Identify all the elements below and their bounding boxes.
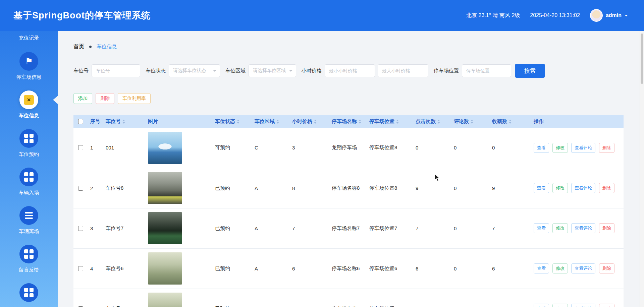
list-icon [19,206,38,225]
sort-icon[interactable] [237,120,239,124]
table-body: 1 001 可预约 C 3 龙翔停车场 停车场位置8 0 0 0 查看 修改 查… [73,128,624,307]
column-header-status[interactable]: 车位状态 [212,115,252,128]
location-input[interactable] [462,64,511,77]
table-row: 4 车位号6 已预约 A 6 停车场名称6 停车场位置6 6 0 6 查看 修改… [73,248,624,289]
status-select[interactable]: 请选择车位状态 [169,64,220,77]
column-header-actions: 操作 [531,115,624,128]
column-header-price[interactable]: 小时价格 [289,115,329,128]
cell-price: 6 [289,248,329,289]
row-checkbox[interactable] [78,186,83,191]
price-max-input[interactable] [378,64,428,77]
user-menu[interactable]: admin [590,9,628,22]
sidebar-item-vehicle-entry[interactable]: 车辆入场 [0,168,58,196]
page-scrollbar[interactable] [640,31,644,307]
cell-index: 4 [88,248,103,289]
delete-row-button[interactable]: 删除 [599,304,614,307]
breadcrumb-current[interactable]: 车位信息 [97,44,117,50]
add-button[interactable]: 添加 [73,93,92,104]
edit-button[interactable]: 修改 [552,183,568,193]
delete-row-button[interactable]: 删除 [599,223,614,233]
view-comments-button[interactable]: 查看评论 [571,263,595,273]
cell-image [145,248,212,289]
column-header-lot_name[interactable]: 停车场名称 [329,115,367,128]
column-header-label: 点击次数 [416,118,436,124]
cell-favorites: 9 [489,168,531,208]
grid-icon [19,283,38,302]
cell-status: 已预约 [212,208,252,248]
utilization-button[interactable]: 车位利用率 [118,93,151,104]
sort-icon[interactable] [471,120,473,124]
view-button[interactable]: 查看 [534,223,549,233]
breadcrumb-home[interactable]: 首页 [73,43,84,50]
delete-row-button[interactable]: 删除 [599,183,614,193]
sidebar-item-recharge-records[interactable]: 充值记录 [0,35,58,41]
view-comments-button[interactable]: 查看评论 [571,223,595,233]
column-header-spot[interactable]: 车位号 [103,115,145,128]
cell-lot-name: 停车场名称7 [329,208,367,248]
view-comments-button[interactable]: 查看评论 [571,304,595,307]
table-header-row: 序号车位号图片车位状态车位区域小时价格停车场名称停车场位置点击次数评论数收藏数操… [73,115,624,128]
column-header-label: 车位号 [106,118,121,124]
delete-row-button[interactable]: 删除 [599,263,614,273]
column-header-favorites[interactable]: 收藏数 [489,115,531,128]
delete-button[interactable]: 删除 [96,93,114,104]
view-button[interactable]: 查看 [534,304,549,307]
column-header-label: 车位状态 [215,118,235,124]
sort-icon[interactable] [437,120,440,124]
sort-icon[interactable] [396,120,399,124]
price-min-input[interactable] [325,64,375,77]
sidebar-item-vehicle-exit[interactable]: 车辆离场 [0,206,58,235]
cell-status: 已预约 [212,289,252,307]
select-all-checkbox[interactable] [78,119,83,124]
cell-location: 停车场位置6 [367,248,413,289]
select-all-header [73,115,88,128]
view-comments-button[interactable]: 查看评论 [571,143,595,153]
cell-comments: 0 [451,248,489,289]
sort-icon[interactable] [276,120,279,124]
cell-area: A [252,208,289,248]
sidebar-item-spot-reservation[interactable]: 车位预约 [0,129,58,158]
edit-button[interactable]: 修改 [552,263,568,273]
cell-lot-name: 停车场名称8 [329,168,367,208]
sidebar-item-parking-spot-info[interactable]: ×车位信息 [0,90,58,119]
cell-favorites: 7 [489,208,531,248]
cell-comments: 0 [451,208,489,248]
sidebar-item-parking-lot-info[interactable]: ⚑停车场信息 [0,52,58,80]
search-button[interactable]: 搜索 [515,64,545,78]
column-header-clicks[interactable]: 点击次数 [413,115,451,128]
cell-clicks: 6 [413,248,451,289]
column-header-location[interactable]: 停车场位置 [367,115,413,128]
sort-icon[interactable] [359,120,361,124]
cell-spot-number: 车位号7 [103,208,145,248]
delete-row-button[interactable]: 删除 [599,143,614,153]
scrollbar-thumb[interactable] [641,34,643,84]
cell-index: 3 [88,208,103,248]
sidebar-item-feedback[interactable]: 留言反馈 [0,245,58,273]
view-button[interactable]: 查看 [534,263,549,273]
sort-icon[interactable] [122,120,125,124]
cell-spot-number: 001 [103,128,145,168]
area-select[interactable]: 请选择车位区域 [249,64,296,77]
edit-button[interactable]: 修改 [552,304,568,307]
cell-price: 7 [289,208,329,248]
status-select-placeholder: 请选择车位状态 [173,68,206,74]
view-button[interactable]: 查看 [534,183,549,193]
table-row: 3 车位号7 已预约 A 7 停车场名称7 停车场位置7 7 0 7 查看 修改… [73,208,624,248]
cell-image [145,168,212,208]
filter-label-status: 车位状态 [146,68,166,74]
sort-icon[interactable] [509,120,512,124]
view-comments-button[interactable]: 查看评论 [571,183,595,193]
toolbar: 添加 删除 车位利用率 [73,93,624,104]
sidebar-item-more[interactable] [0,283,58,302]
row-checkbox[interactable] [78,266,83,271]
row-checkbox[interactable] [78,145,83,150]
spot-input[interactable] [92,64,140,77]
edit-button[interactable]: 修改 [552,143,568,153]
row-checkbox[interactable] [78,226,83,231]
view-button[interactable]: 查看 [534,143,549,153]
edit-button[interactable]: 修改 [552,223,568,233]
column-header-area[interactable]: 车位区域 [252,115,289,128]
column-header-label: 操作 [534,118,544,124]
sort-icon[interactable] [314,120,317,124]
column-header-comments[interactable]: 评论数 [451,115,489,128]
